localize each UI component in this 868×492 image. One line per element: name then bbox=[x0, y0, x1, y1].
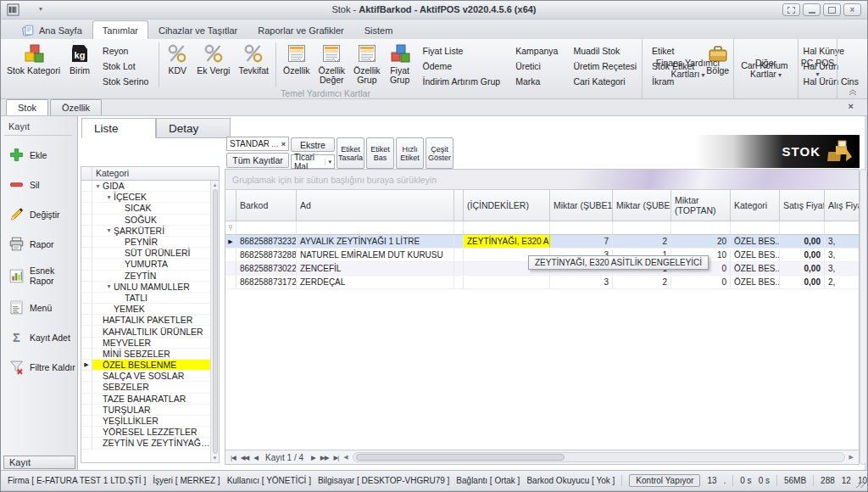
window-close-button[interactable]: × bbox=[843, 3, 861, 16]
view-tab-detay[interactable]: Detay bbox=[156, 118, 231, 138]
sidebar-item-sil[interactable]: Sil bbox=[1, 170, 77, 199]
column-header-alis-fiyat[interactable]: Alış Fiyat bbox=[825, 190, 860, 221]
window-maximize-button[interactable] bbox=[823, 3, 841, 16]
tree-item-kahvaltilik-urunler[interactable]: KAHVALTILIK ÜRÜNLER bbox=[81, 326, 210, 337]
filter-cell-col0[interactable] bbox=[225, 221, 236, 234]
ribbon-item-i-ndirim-artirim-grup[interactable]: İndirim Artırım Grup bbox=[423, 76, 501, 87]
nav-next-icon-0[interactable]: ▶ bbox=[309, 454, 318, 461]
tree-item-soguk[interactable]: SOĞUK bbox=[81, 215, 210, 226]
sidebar-item-kayit-adet[interactable]: ΣKayıt Adet bbox=[1, 322, 77, 352]
grid-row[interactable]: 8682588731723ZERDEÇAL320ÖZEL BES...0,002… bbox=[225, 276, 859, 289]
sidebar-bottom-panel[interactable]: Kayıt bbox=[3, 456, 75, 469]
filter-cell-miktar-sube1[interactable] bbox=[550, 221, 613, 234]
ribbon-tab-raporlar-ve-grafikler[interactable]: Raporlar ve Grafikler bbox=[248, 20, 353, 39]
grid-horizontal-scrollbar[interactable] bbox=[353, 452, 845, 462]
filter-cell-satis-fiyat[interactable] bbox=[780, 221, 825, 234]
doc-tab-stok[interactable]: Stok bbox=[6, 99, 48, 115]
window-fit-button[interactable] bbox=[782, 3, 800, 16]
column-header-satis-fiyat[interactable]: Satış Fiyat bbox=[780, 190, 825, 221]
sidebar-item-filtre-kaldir[interactable]: Filtre Kaldır bbox=[1, 352, 77, 382]
quick-access-dropdown-icon[interactable]: ▾ bbox=[39, 5, 42, 13]
column-header-col0[interactable] bbox=[225, 190, 236, 221]
ribbon-item-uretici[interactable]: Üretici bbox=[515, 61, 558, 71]
tree-item-tatli[interactable]: TATLI bbox=[81, 293, 210, 304]
sidebar-item-ekle[interactable]: Ekle bbox=[1, 140, 77, 170]
ribbon-item-odeme[interactable]: Ödeme bbox=[423, 61, 501, 71]
ribbon-tab-tanimlar[interactable]: Tanımlar bbox=[92, 20, 148, 39]
window-minimize-button[interactable] bbox=[803, 3, 821, 16]
sidebar-item-degistir[interactable]: Değiştir bbox=[1, 199, 77, 229]
filter-cell-ad[interactable] bbox=[297, 221, 454, 234]
filter-cell-miktar-sube2[interactable] bbox=[613, 221, 671, 234]
tree-item-yesi-lli-kler[interactable]: YEŞİLLİKLER bbox=[81, 416, 210, 427]
ribbon-item-fiyat-grup[interactable]: Fiyat Grup bbox=[385, 41, 415, 89]
ribbon-item-kdv[interactable]: KDV bbox=[162, 41, 192, 89]
ribbon-item-muadil-stok[interactable]: Muadil Stok bbox=[573, 46, 637, 56]
nav-next-icon-2[interactable]: ▶| bbox=[331, 454, 341, 461]
all-records-button[interactable]: Tüm Kayıtlar bbox=[226, 153, 289, 168]
close-document-icon[interactable]: × bbox=[849, 101, 854, 111]
ribbon-group-pc-pos[interactable]: PC POS▾ bbox=[798, 39, 837, 98]
filter-cell-kategori[interactable] bbox=[731, 221, 780, 234]
column-header-miktar-sube1[interactable]: Miktar (ŞUBE1) bbox=[550, 190, 613, 221]
column-header-col3[interactable] bbox=[454, 190, 464, 221]
tree-item-sut-urunleri[interactable]: SÜT ÜRÜNLERİ bbox=[81, 248, 210, 259]
column-header-miktar-toptan[interactable]: Miktar (TOPTAN) bbox=[671, 190, 731, 221]
view-tab-liste[interactable]: Liste bbox=[81, 118, 156, 138]
column-header-miktar-sube2[interactable]: Miktar (ŞUBE2) bbox=[613, 190, 671, 221]
tree-item-ozel-beslenme[interactable]: ▶ÖZEL BESLENME bbox=[81, 360, 210, 371]
group-by-band[interactable]: Gruplamak için bir sütun başlığını buray… bbox=[225, 170, 859, 190]
resize-grip-icon[interactable] bbox=[856, 479, 865, 488]
sidebar-item-rapor[interactable]: Rapor bbox=[1, 229, 77, 259]
column-header-i-ci-ndeki-ler[interactable]: (İÇİNDEKİLER) bbox=[464, 190, 550, 221]
ekstre-button[interactable]: Ekstre bbox=[291, 137, 335, 152]
tree-header-label[interactable]: Kategori bbox=[92, 167, 219, 180]
tree-item-peyni-r[interactable]: PEYNİR bbox=[81, 237, 210, 248]
grid-row[interactable]: ▶8682588732324AYVALIK ZEYTİNYAĞI 1 LİTRE… bbox=[225, 235, 859, 249]
scrollbar-thumb[interactable] bbox=[213, 189, 218, 454]
tree-item-sarkuteri[interactable]: ▾ŞARKÜTERİ bbox=[81, 226, 210, 237]
ribbon-item-reyon[interactable]: Reyon bbox=[103, 46, 148, 56]
tree-item-haftalik-paketler[interactable]: HAFTALIK PAKETLER bbox=[81, 315, 210, 326]
layout-selector[interactable]: STANDART … × bbox=[226, 137, 289, 151]
ribbon-item-stok-lot[interactable]: Stok Lot bbox=[103, 61, 148, 71]
ribbon-group-diger-kartlar[interactable]: DiğerKartlar ▾ bbox=[733, 39, 798, 98]
ribbon-item-marka[interactable]: Marka bbox=[515, 76, 558, 87]
layout-clear-icon[interactable]: × bbox=[281, 140, 286, 148]
scroll-left-icon[interactable]: ◀ bbox=[341, 454, 350, 461]
ribbon-item-birim[interactable]: kgBirim bbox=[64, 41, 95, 89]
tree-item-zeyti-n-ve-zeyti-nyagi[interactable]: ZEYTİN VE ZEYTİNYAĞI... bbox=[81, 438, 210, 449]
ribbon-item-fiyat-liste[interactable]: Fiyat Liste bbox=[423, 46, 501, 56]
ribbon-item-cari-kategori[interactable]: Cari Kategori bbox=[573, 76, 637, 87]
combo-dropdown-icon[interactable]: ▾ bbox=[325, 159, 334, 165]
scroll-down-icon[interactable]: ▼ bbox=[213, 456, 218, 461]
tree-item-yemek[interactable]: YEMEK bbox=[81, 304, 210, 315]
toolbar-button-etiket-bas[interactable]: Etiket Bas bbox=[366, 137, 394, 169]
tree-item-zeyti-n[interactable]: ZEYTİN bbox=[81, 271, 210, 282]
statusbar-item-kontrol-yapiyor[interactable]: Kontrol Yapıyor bbox=[629, 474, 700, 487]
doc-tab-ozellik[interactable]: Özellik bbox=[50, 99, 102, 115]
tree-item-sebzeler[interactable]: SEBZELER bbox=[81, 382, 210, 393]
ribbon-item-stok-serino[interactable]: Stok Serino bbox=[103, 76, 148, 87]
tree-item-i-cecek[interactable]: ▾İÇECEK bbox=[81, 192, 210, 203]
tree-item-unlu-mamuller[interactable]: ▾UNLU MAMULLER bbox=[81, 282, 210, 293]
nav-prev-icon-0[interactable]: |◀ bbox=[228, 454, 238, 461]
filter-cell-i-ci-ndeki-ler[interactable] bbox=[464, 221, 550, 234]
layout-browse-icon[interactable]: … bbox=[271, 140, 279, 148]
tree-item-tursular[interactable]: TURŞULAR bbox=[81, 405, 210, 416]
ribbon-item-stok-kategori[interactable]: Stok Kategori bbox=[3, 41, 64, 89]
ribbon-tab-cihazlar-ve-tasitlar[interactable]: Cihazlar ve Taşıtlar bbox=[148, 20, 248, 39]
tree-item-taze-baharatlar[interactable]: TAZE BAHARATLAR bbox=[81, 394, 210, 405]
scroll-right-icon[interactable]: ▶ bbox=[847, 454, 856, 461]
tree-item-mi-ni-sebzeler[interactable]: MİNİ SEBZELER bbox=[81, 349, 210, 360]
ribbon-item-ek-vergi[interactable]: Ek Vergi bbox=[192, 41, 234, 89]
toolbar-button-hizli-etiket[interactable]: Hızlı Etiket bbox=[396, 137, 424, 169]
toolbar-button-cesit-goster[interactable]: Çeşit Göster bbox=[426, 137, 453, 169]
sidebar-item-esnek-rapor[interactable]: Esnek Rapor bbox=[1, 259, 77, 293]
grid-vertical-scrollbar[interactable] bbox=[860, 169, 867, 465]
tree-item-yumurta[interactable]: YUMURTA bbox=[81, 259, 210, 270]
ribbon-item-ozellik-deger[interactable]: Özellik Değer bbox=[314, 41, 350, 89]
filter-cell-miktar-toptan[interactable] bbox=[671, 221, 731, 234]
nav-prev-icon-1[interactable]: ◀◀ bbox=[238, 454, 252, 461]
ribbon-group-finans-yardimci-kartlari[interactable]: Finans YardımcıKartları ▾ bbox=[642, 39, 733, 98]
